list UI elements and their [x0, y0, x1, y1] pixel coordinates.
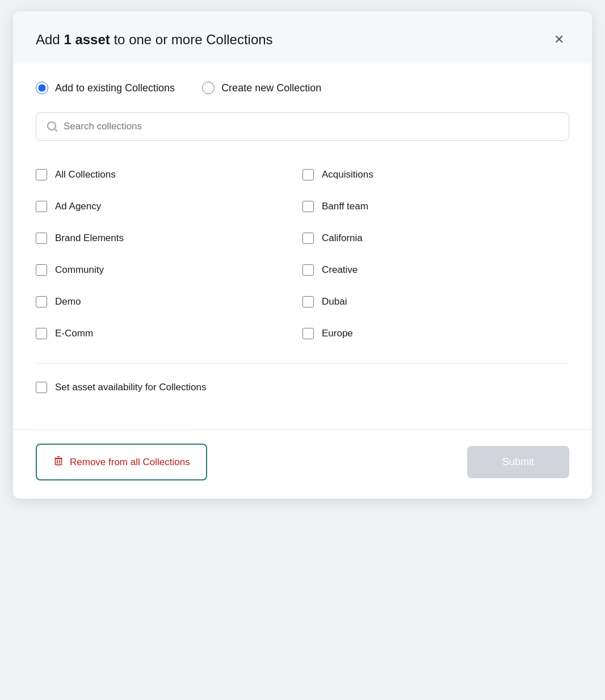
collection-creative[interactable]: Creative [302, 254, 569, 286]
collection-label: Ad Agency [55, 201, 101, 212]
collection-dubai[interactable]: Dubai [302, 286, 569, 318]
radio-group: Add to existing Collections Create new C… [36, 82, 569, 94]
modal-container: + Add 1 asset to one or more Collections… [13, 11, 592, 499]
close-button[interactable]: ✕ [549, 29, 569, 50]
submit-button[interactable]: Submit [467, 446, 569, 478]
collection-label: California [322, 233, 363, 244]
svg-rect-4 [56, 459, 62, 465]
collection-europe[interactable]: Europe [302, 318, 569, 349]
checkbox-e-comm[interactable] [36, 328, 47, 339]
radio-existing-input[interactable] [36, 82, 48, 94]
collection-banff-team[interactable]: Banff team [302, 191, 569, 222]
collection-brand-elements[interactable]: Brand Elements [36, 222, 302, 254]
remove-label: Remove from all Collections [70, 457, 190, 468]
collection-label: Demo [55, 296, 81, 307]
divider-1 [36, 363, 569, 364]
checkbox-community[interactable] [36, 264, 47, 276]
search-input[interactable] [64, 121, 558, 132]
checkbox-brand-elements[interactable] [36, 233, 47, 244]
collection-label: Europe [322, 328, 353, 339]
search-svg-icon [47, 121, 58, 132]
radio-existing-label: Add to existing Collections [55, 82, 175, 94]
checkbox-ad-agency[interactable] [36, 201, 47, 212]
checkbox-acquisitions[interactable] [302, 169, 314, 180]
radio-existing-collections[interactable]: Add to existing Collections [36, 82, 175, 94]
checkbox-availability[interactable] [36, 382, 47, 393]
remove-button[interactable]: Remove from all Collections [36, 444, 207, 480]
availability-row: Set asset availability for Collections [36, 377, 569, 398]
availability-label: Set asset availability for Collections [55, 382, 206, 393]
collection-acquisitions[interactable]: Acquisitions [302, 159, 569, 191]
radio-create-input[interactable] [202, 82, 215, 94]
collection-label: E-Comm [55, 328, 93, 339]
collection-california[interactable]: California [302, 222, 569, 254]
collection-all-collections[interactable]: All Collections [36, 159, 302, 191]
collection-label: Banff team [322, 201, 368, 212]
svg-line-1 [55, 129, 57, 132]
collection-label: Creative [322, 264, 358, 276]
modal-header: + Add 1 asset to one or more Collections… [13, 11, 592, 64]
checkbox-all-collections[interactable] [36, 169, 47, 180]
checkbox-california[interactable] [302, 233, 314, 244]
svg-rect-3 [57, 456, 60, 457]
checkbox-demo[interactable] [36, 296, 47, 307]
collection-label: Brand Elements [55, 233, 124, 244]
collections-right-col: Acquisitions Banff team California Creat… [302, 159, 569, 349]
modal-title: + Add 1 asset to one or more Collections [36, 32, 273, 48]
collection-ad-agency[interactable]: Ad Agency [36, 191, 302, 222]
collection-community[interactable]: Community [36, 254, 302, 286]
title-text: Add 1 asset to one or more Collections [36, 32, 273, 48]
search-box: ● [36, 112, 569, 141]
collection-demo[interactable]: Demo [36, 286, 302, 318]
collection-label: Community [55, 264, 104, 276]
collection-label: Acquisitions [322, 169, 373, 180]
checkbox-dubai[interactable] [302, 296, 314, 307]
radio-create-label: Create new Collection [221, 82, 321, 94]
collections-grid: All Collections Ad Agency Brand Elements… [36, 159, 569, 349]
modal-body: Add to existing Collections Create new C… [13, 64, 592, 429]
trash-icon [53, 455, 64, 469]
collection-label: All Collections [55, 169, 116, 180]
radio-create-new[interactable]: Create new Collection [202, 82, 321, 94]
checkbox-europe[interactable] [302, 328, 314, 339]
checkbox-banff-team[interactable] [302, 201, 314, 212]
collection-label: Dubai [322, 296, 347, 307]
modal-footer: Remove from all Collections Submit [13, 429, 592, 499]
checkbox-creative[interactable] [302, 264, 314, 276]
collection-e-comm[interactable]: E-Comm [36, 318, 302, 349]
collections-left-col: All Collections Ad Agency Brand Elements… [36, 159, 302, 349]
